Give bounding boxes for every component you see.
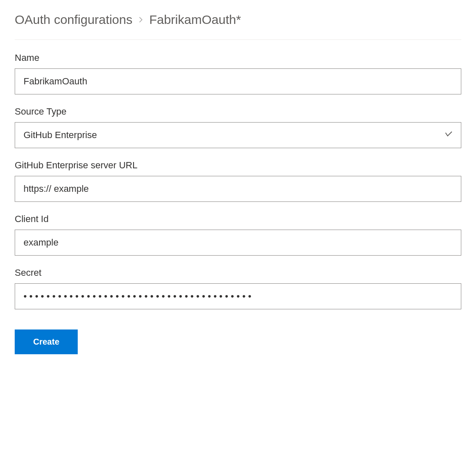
breadcrumb-current: FabrikamOauth* xyxy=(149,13,241,27)
form-group-secret: Secret xyxy=(15,267,461,309)
create-button[interactable]: Create xyxy=(15,329,78,354)
secret-input[interactable] xyxy=(15,283,461,309)
name-input[interactable] xyxy=(15,68,461,94)
client-id-input[interactable] xyxy=(15,230,461,256)
chevron-right-icon xyxy=(137,16,144,23)
form-group-source-type: Source Type xyxy=(15,106,461,148)
form-group-server-url: GitHub Enterprise server URL xyxy=(15,160,461,202)
source-type-select[interactable] xyxy=(15,122,461,148)
form-group-client-id: Client Id xyxy=(15,214,461,256)
breadcrumb: OAuth configurations FabrikamOauth* xyxy=(15,13,461,40)
secret-label: Secret xyxy=(15,267,461,278)
client-id-label: Client Id xyxy=(15,214,461,225)
source-type-value[interactable] xyxy=(15,122,461,148)
breadcrumb-parent-link[interactable]: OAuth configurations xyxy=(15,13,132,27)
server-url-label: GitHub Enterprise server URL xyxy=(15,160,461,171)
source-type-label: Source Type xyxy=(15,106,461,117)
name-label: Name xyxy=(15,52,461,63)
server-url-input[interactable] xyxy=(15,176,461,202)
form-group-name: Name xyxy=(15,52,461,94)
